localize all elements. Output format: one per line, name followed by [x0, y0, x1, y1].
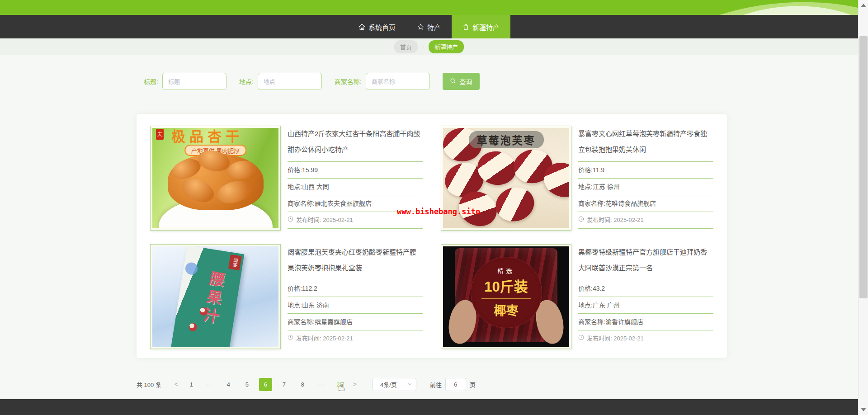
breadcrumb-home[interactable]: 首页	[394, 40, 418, 53]
clock-icon	[288, 330, 293, 347]
product-info: 阔客腰果泡芙枣夹心红枣奶酪枣新疆特产腰果泡芙奶枣抱抱果礼盒装 价格:112.2 …	[288, 244, 423, 349]
product-publish-time: 发布时间: 2025-02-21	[578, 330, 713, 347]
product-title: 阔客腰果泡芙枣夹心红枣奶酪枣新疆特产腰果泡芙奶枣抱抱果礼盒装	[288, 244, 423, 280]
title-field-label: 标题:	[144, 77, 158, 86]
product-card[interactable]: 阔客 腰果汁 阔客腰果泡芙枣夹心红枣奶酪枣新疆特产腰果泡芙奶枣抱抱果礼盒装 价格…	[150, 244, 423, 349]
product-publish-time: 发布时间: 2025-02-21	[288, 330, 423, 347]
pagination-total: 共 100 条	[137, 380, 161, 389]
image-banner: 草莓泡芙枣	[469, 131, 544, 148]
page-button-5[interactable]: 5	[241, 378, 254, 391]
page-footer	[0, 399, 858, 415]
product-title: 黑椰枣特级新疆特产官方旗舰店干迪拜奶香大阿联酋沙漠正宗第一名	[578, 244, 713, 280]
goto-suffix-label: 页	[470, 380, 476, 389]
search-button-label: 查询	[459, 77, 472, 86]
product-image[interactable]: 阔客 腰果汁	[150, 244, 281, 349]
goto-page-group: 前往 页	[430, 378, 476, 391]
product-publish-time: 发布时间: 2025-02-21	[578, 212, 713, 229]
location-input[interactable]	[258, 73, 322, 90]
page-button-1[interactable]: 1	[185, 378, 198, 391]
image-overlay-title: 极品杏干	[171, 128, 277, 146]
prev-page-button[interactable]: <	[170, 381, 182, 388]
nav-item-label: 新疆特产	[472, 22, 500, 32]
home-icon	[359, 24, 365, 30]
page-button-4[interactable]: 4	[222, 378, 235, 391]
search-form: 标题: 地点: 商家名称: 查询	[144, 72, 480, 90]
top-banner	[0, 0, 858, 15]
breadcrumb: 首页 - 新疆特产	[0, 38, 858, 55]
merchant-field-label: 商家名称:	[335, 77, 362, 86]
product-price: 价格:15.99	[288, 162, 423, 179]
chevron-down-icon	[407, 381, 412, 388]
product-info: 黑椰枣特级新疆特产官方旗舰店干迪拜奶香大阿联酋沙漠正宗第一名 价格:43.2 地…	[578, 244, 713, 349]
main-navbar: 系统首页 特产 新疆特产	[0, 15, 858, 38]
site-watermark: www.bishebang.site	[397, 207, 480, 216]
nav-item-system-home[interactable]: 系统首页	[348, 15, 406, 38]
ellipsis-left: ···	[203, 378, 217, 391]
clock-icon	[288, 212, 293, 228]
breadcrumb-separator: -	[422, 43, 424, 50]
nav-item-specialty[interactable]: 特产	[406, 15, 452, 38]
product-location: 地点:江苏 徐州	[578, 179, 713, 195]
blue-stamp-graphic	[184, 262, 198, 276]
vertical-scrollbar[interactable]	[858, 0, 868, 415]
product-box-graphic: 阔客 腰果汁	[171, 246, 245, 347]
location-field-label: 地点:	[239, 77, 254, 86]
goto-page-input[interactable]	[445, 378, 466, 391]
merchant-input[interactable]	[366, 73, 430, 90]
bag-icon	[462, 24, 469, 30]
product-card[interactable]: 夫 极品杏干 产地直供 果肉肥厚 山西特产2斤农家大红杏干条阳高杏脯干肉酸甜办公…	[150, 126, 423, 231]
nav-item-label: 系统首页	[368, 22, 396, 32]
product-merchant: 商家名称:缤星嘉旗舰店	[288, 314, 423, 330]
scrollbar-up-arrow-icon[interactable]	[861, 4, 866, 7]
page-size-select[interactable]: 4条/页	[373, 378, 416, 391]
scrollbar-down-arrow-icon[interactable]	[861, 408, 866, 411]
product-grid: 夫 极品杏干 产地直供 果肉肥厚 山西特产2斤农家大红杏干条阳高杏脯干肉酸甜办公…	[150, 126, 713, 349]
apricot-pile-graphic	[168, 154, 264, 210]
product-merchant: 商家名称:花唯诗食品旗舰店	[578, 195, 713, 212]
product-price: 价格:11.9	[578, 162, 713, 179]
product-info: 暴富枣夹心网红草莓泡芙枣新疆特产零食独立包装抱抱果奶芙休闲 价格:11.9 地点…	[578, 126, 713, 231]
product-location: 地点:广东 广州	[578, 297, 713, 314]
image-vertical-text: 腰果汁	[198, 269, 229, 328]
star-icon	[417, 24, 424, 30]
title-input[interactable]	[162, 73, 226, 90]
page-button-7[interactable]: 7	[278, 378, 291, 391]
ellipsis-right: ···	[315, 378, 328, 391]
clock-icon	[578, 212, 584, 228]
product-location: 地点:山西 大同	[288, 179, 423, 195]
product-merchant: 商家名称:渝香许旗舰店	[578, 314, 713, 330]
product-image[interactable]: 精选 10斤装 椰枣	[441, 244, 571, 349]
scrollbar-thumb[interactable]	[859, 36, 868, 298]
page-size-value: 4条/页	[380, 380, 397, 389]
page-button-8[interactable]: 8	[296, 378, 309, 391]
nav-item-xinjiang-specialty[interactable]: 新疆特产	[452, 15, 510, 38]
breadcrumb-current[interactable]: 新疆特产	[429, 40, 464, 53]
product-price: 价格:112.2	[288, 280, 423, 297]
pagination-bar: 共 100 条 < 1 ··· 4 5 6 7 8 ··· 25 > 4条/页 …	[137, 376, 476, 392]
goto-prefix-label: 前往	[430, 380, 442, 389]
image-circle-badge: 精选 10斤装 椰枣	[471, 257, 542, 328]
product-card[interactable]: 草莓泡芙枣 暴富枣夹心网红草莓泡芙枣新疆特产零食独立包装抱抱果奶芙休闲 价格:1…	[441, 126, 713, 231]
berry-graphic	[188, 322, 198, 332]
page-button-6-active[interactable]: 6	[259, 378, 272, 391]
brand-logo: 阔客	[228, 255, 242, 271]
product-title: 暴富枣夹心网红草莓泡芙枣新疆特产零食独立包装抱抱果奶芙休闲	[578, 126, 713, 162]
clock-icon	[578, 330, 584, 347]
product-title: 山西特产2斤农家大红杏干条阳高杏脯干肉酸甜办公休闲小吃特产	[288, 126, 423, 162]
page-button-25[interactable]: 25	[333, 378, 346, 391]
search-button[interactable]: 查询	[443, 73, 480, 90]
product-list-panel: 夫 极品杏干 产地直供 果肉肥厚 山西特产2斤农家大红杏干条阳高杏脯干肉酸甜办公…	[137, 114, 727, 358]
nav-item-label: 特产	[427, 22, 441, 32]
search-icon	[450, 78, 456, 85]
product-price: 价格:43.2	[578, 280, 713, 297]
seal-stamp: 夫	[156, 129, 164, 140]
product-card[interactable]: 精选 10斤装 椰枣 黑椰枣特级新疆特产官方旗舰店干迪拜奶香大阿联酋沙漠正宗第一…	[441, 244, 713, 349]
next-page-button[interactable]: >	[349, 381, 361, 388]
product-location: 地点:山东 济南	[288, 297, 423, 314]
product-image[interactable]: 夫 极品杏干 产地直供 果肉肥厚	[150, 126, 281, 231]
